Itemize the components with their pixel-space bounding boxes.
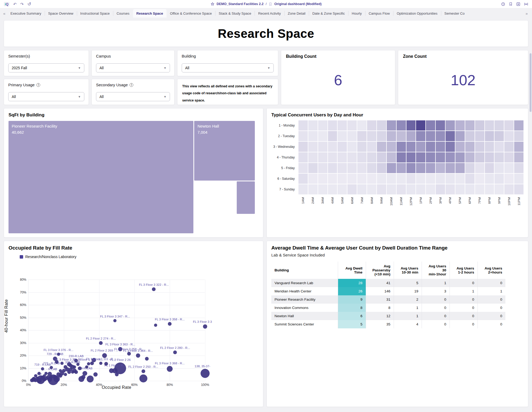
treemap-node-pioneer-research-facility[interactable]: Pioneer Research Facility40,662 bbox=[9, 121, 193, 233]
heatmap-cell-monday-7pm[interactable] bbox=[475, 120, 484, 130]
heatmap-cell-thursday-6pm[interactable] bbox=[465, 152, 475, 162]
heatmap-cell-wednesday-4am[interactable] bbox=[328, 142, 337, 152]
heatmap-cell-friday-11pm[interactable] bbox=[514, 163, 523, 173]
heatmap-cell-tuesday-10am[interactable] bbox=[387, 131, 396, 141]
heatmap-cell-saturday-7pm[interactable] bbox=[475, 174, 484, 184]
heatmap-cell-wednesday-7am[interactable] bbox=[357, 142, 367, 152]
scatter-bubble[interactable] bbox=[85, 365, 88, 369]
heatmap-cell-thursday-6am[interactable] bbox=[347, 152, 357, 162]
heatmap-cell-friday-11am[interactable] bbox=[397, 163, 406, 173]
heatmap-cell-sunday-4am[interactable] bbox=[328, 184, 337, 194]
heatmap-cell-monday-6am[interactable] bbox=[347, 120, 357, 130]
heatmap-cell-tuesday-12pm[interactable] bbox=[406, 131, 416, 141]
tab-campus-flow[interactable]: Campus Flow bbox=[365, 9, 393, 18]
heatmap-cell-sunday-5am[interactable] bbox=[338, 184, 347, 194]
heatmap-cell-friday-5am[interactable] bbox=[338, 163, 347, 173]
heatmap-cell-friday-2am[interactable] bbox=[308, 163, 318, 173]
heatmap-cell-sunday-2pm[interactable] bbox=[426, 184, 435, 194]
tab-stack-study-space[interactable]: Stack & Study Space bbox=[215, 9, 255, 18]
heatmap-cell-friday-10pm[interactable] bbox=[504, 163, 514, 173]
heatmap-cell-wednesday-9pm[interactable] bbox=[494, 142, 504, 152]
scatter-bubble[interactable] bbox=[168, 322, 172, 326]
scatter-bubble[interactable] bbox=[69, 364, 73, 368]
heatmap-cell-saturday-11am[interactable] bbox=[397, 174, 406, 184]
heatmap-cell-monday-5am[interactable] bbox=[338, 120, 347, 130]
heatmap-cell-thursday-5pm[interactable] bbox=[455, 152, 465, 162]
heatmap-cell-thursday-1pm[interactable] bbox=[416, 152, 425, 162]
dwell-table-header[interactable]: Avg Users 30min-1hour bbox=[422, 262, 450, 279]
dwell-table-header[interactable]: Avg Users10-30 min bbox=[394, 262, 422, 279]
heatmap-cell-monday-12pm[interactable] bbox=[406, 120, 416, 130]
heatmap-cell-tuesday-4am[interactable] bbox=[328, 131, 337, 141]
undo-icon[interactable]: ↶ bbox=[13, 2, 17, 6]
scatter-bubble[interactable] bbox=[60, 362, 64, 365]
heatmap-cell-monday-10am[interactable] bbox=[387, 120, 396, 130]
heatmap-cell-monday-11pm[interactable] bbox=[514, 120, 523, 130]
table-row[interactable]: Pioneer Research Facility9312000 bbox=[271, 295, 505, 304]
heatmap-cell-saturday-2pm[interactable] bbox=[426, 174, 435, 184]
scatter-bubble[interactable] bbox=[152, 287, 156, 291]
heatmap-cell-thursday-9pm[interactable] bbox=[494, 152, 504, 162]
heatmap-cell-sunday-6pm[interactable] bbox=[465, 184, 475, 194]
heatmap-cell-friday-12pm[interactable] bbox=[406, 163, 416, 173]
heatmap-cell-friday-1am[interactable] bbox=[298, 163, 308, 173]
scatter-bubble[interactable] bbox=[87, 362, 90, 365]
table-row[interactable]: Innovation Commons881000 bbox=[271, 304, 505, 312]
heatmap-cell-friday-10am[interactable] bbox=[387, 163, 396, 173]
star-icon[interactable] bbox=[211, 2, 214, 6]
page-scrollbar[interactable] bbox=[530, 53, 531, 112]
reset-icon[interactable]: ↺ bbox=[27, 2, 31, 6]
heatmap-cell-tuesday-7pm[interactable] bbox=[475, 131, 484, 141]
tab-instructional-space[interactable]: Instructional Space bbox=[77, 9, 113, 18]
heatmap-cell-tuesday-1am[interactable] bbox=[298, 131, 308, 141]
heatmap-cell-tuesday-5pm[interactable] bbox=[455, 131, 465, 141]
heatmap-cell-saturday-10am[interactable] bbox=[387, 174, 396, 184]
scatter-bubble[interactable] bbox=[203, 324, 207, 329]
heatmap-cell-saturday-12pm[interactable] bbox=[406, 174, 416, 184]
scatter-bubble[interactable] bbox=[104, 362, 108, 366]
heatmap-cell-sunday-7pm[interactable] bbox=[475, 184, 484, 194]
campus-select[interactable]: All ▼ bbox=[96, 63, 170, 72]
heatmap-cell-saturday-4am[interactable] bbox=[328, 174, 337, 184]
heatmap-cell-friday-8pm[interactable] bbox=[485, 163, 494, 173]
building-select[interactable]: All ▼ bbox=[182, 63, 274, 72]
scatter-bubble[interactable] bbox=[154, 324, 157, 327]
scatter-bubble[interactable] bbox=[78, 366, 82, 370]
heatmap-cell-wednesday-11am[interactable] bbox=[397, 142, 406, 152]
heatmap-cell-friday-6pm[interactable] bbox=[465, 163, 475, 173]
secondary-usage-select[interactable]: All ▼ bbox=[96, 92, 170, 101]
dwell-table-header[interactable]: Avg DwellTime bbox=[338, 262, 366, 279]
history-clock-icon[interactable] bbox=[501, 2, 505, 6]
scatter-bubble[interactable] bbox=[38, 372, 41, 375]
heatmap-cell-friday-1pm[interactable] bbox=[416, 163, 425, 173]
heatmap-cell-thursday-2pm[interactable] bbox=[426, 152, 435, 162]
heatmap-cell-monday-2am[interactable] bbox=[308, 120, 318, 130]
heatmap-cell-thursday-11am[interactable] bbox=[397, 152, 406, 162]
heatmap-cell-tuesday-8am[interactable] bbox=[367, 131, 376, 141]
table-row[interactable]: Summit Sciences Center5354000 bbox=[271, 320, 505, 328]
scatter-bubble[interactable] bbox=[201, 369, 210, 378]
heatmap-cell-saturday-4pm[interactable] bbox=[446, 174, 455, 184]
heatmap-cell-sunday-11am[interactable] bbox=[397, 184, 406, 194]
heatmap-cell-sunday-3am[interactable] bbox=[318, 184, 327, 194]
heatmap-cell-saturday-3am[interactable] bbox=[318, 174, 327, 184]
redo-icon[interactable]: ↷ bbox=[20, 2, 24, 6]
heatmap-cell-saturday-1pm[interactable] bbox=[416, 174, 425, 184]
heatmap-cell-tuesday-10pm[interactable] bbox=[504, 131, 514, 141]
heatmap-cell-sunday-2am[interactable] bbox=[308, 184, 318, 194]
heatmap-cell-thursday-7am[interactable] bbox=[357, 152, 367, 162]
heatmap-cell-wednesday-12pm[interactable] bbox=[406, 142, 416, 152]
heatmap-cell-saturday-8am[interactable] bbox=[367, 174, 376, 184]
scatter-bubble[interactable] bbox=[64, 365, 67, 369]
heatmap-cell-friday-3pm[interactable] bbox=[436, 163, 445, 173]
heatmap-cell-thursday-10am[interactable] bbox=[387, 152, 396, 162]
info-icon[interactable]: i bbox=[130, 83, 133, 87]
table-row[interactable]: Meridian Health Center2614619311 bbox=[271, 287, 505, 295]
heatmap-cell-friday-4am[interactable] bbox=[328, 163, 337, 173]
heatmap-cell-thursday-10pm[interactable] bbox=[504, 152, 514, 162]
tabs-scroll-right-icon[interactable]: » bbox=[524, 9, 529, 18]
tab-hourly[interactable]: Hourly bbox=[348, 9, 365, 18]
heatmap-cell-wednesday-3am[interactable] bbox=[318, 142, 327, 152]
heatmap-cell-monday-2pm[interactable] bbox=[426, 120, 435, 130]
heatmap-cell-friday-4pm[interactable] bbox=[446, 163, 455, 173]
